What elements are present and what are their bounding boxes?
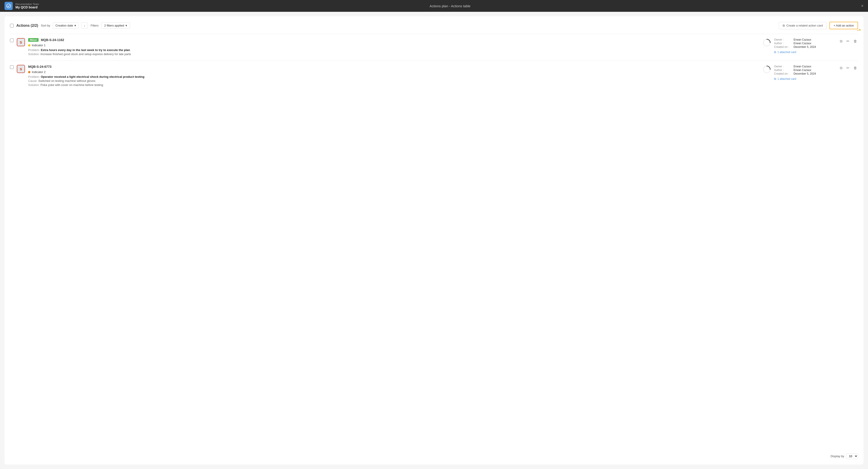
- display-by-label: Display by: [831, 455, 844, 458]
- content-panel: Actions (2/2) Sort by Creation date ▾ ↓ …: [4, 16, 864, 465]
- row-2-top: MQB-S-24-6773: [28, 65, 760, 68]
- header-left: Documentation Team My QCD board: [4, 2, 39, 10]
- sort-value: Creation date: [55, 24, 73, 27]
- solution-text: Poka yoke with cover on machine before t…: [40, 83, 103, 87]
- solution-field: Solution: Increase finished good stock a…: [28, 53, 760, 56]
- owner-item: Owner : Erwan Cazaux: [774, 38, 833, 41]
- cause-label: Cause:: [28, 79, 37, 82]
- filter-label: Filters: [91, 24, 98, 27]
- author-label: Author :: [774, 42, 792, 45]
- owner-item: Owner : Erwan Cazaux: [774, 65, 833, 68]
- sort-label: Sort by: [41, 24, 50, 27]
- org-name: Documentation Team: [16, 3, 39, 5]
- problem-text: Extra hours every day in the last week t…: [41, 48, 130, 52]
- problem-label: Problem:: [28, 75, 40, 78]
- cursor-arrow-indicator: ↗: [856, 26, 862, 34]
- author-item: Author : Erwan Cazaux: [774, 42, 833, 45]
- action-row: S MQB-S-24-6773 Indicator 2 Problem: Ope…: [10, 61, 858, 91]
- delete-button[interactable]: 🗑: [852, 65, 858, 71]
- page-title: Actions plan - Actions table: [430, 4, 470, 8]
- solution-label: Solution:: [28, 83, 40, 87]
- row-1-top: Minor MQB-S-24-1162: [28, 38, 760, 42]
- created-item: Created on : December 5, 2024: [774, 72, 833, 75]
- app-header: Documentation Team My QCD board Actions …: [0, 0, 868, 12]
- solution-text: Increase finished good stock and setup e…: [40, 53, 131, 56]
- sort-direction-button[interactable]: ↓: [81, 23, 88, 29]
- row-2-meta: Owner : Erwan Cazaux Author : Erwan Caza…: [774, 65, 833, 81]
- main-wrapper: Actions (2/2) Sort by Creation date ▾ ↓ …: [0, 12, 868, 469]
- owner-label: Owner :: [774, 65, 792, 68]
- actions-list: S Minor MQB-S-24-1162 Indicator 1 Proble…: [10, 34, 858, 91]
- board-name: My QCD board: [16, 5, 39, 9]
- author-label: Author :: [774, 68, 792, 72]
- attached-card-link[interactable]: ⧉ 1 attached card: [774, 51, 833, 54]
- delete-button[interactable]: 🗑: [852, 38, 858, 44]
- row-2-icon: S: [17, 65, 25, 73]
- attached-card-text: 1 attached card: [777, 77, 796, 80]
- owner-label: Owner :: [774, 38, 792, 41]
- filters-dropdown[interactable]: 2 filters applied ▾: [101, 23, 130, 29]
- close-button[interactable]: ×: [861, 4, 864, 8]
- filter-value: 2 filters applied: [104, 24, 124, 27]
- severity-badge: Minor: [28, 38, 39, 42]
- action-row: S Minor MQB-S-24-1162 Indicator 1 Proble…: [10, 34, 858, 61]
- created-value: December 5, 2024: [794, 72, 816, 75]
- created-value: December 5, 2024: [794, 45, 816, 48]
- expand-button[interactable]: ⧉: [839, 38, 843, 44]
- row-1-meta: Owner : Erwan Cazaux Author : Erwan Caza…: [774, 38, 833, 54]
- toolbar-right: ⧉ Create a related action card + Add an …: [779, 22, 858, 29]
- chevron-down-icon: ▾: [74, 24, 76, 27]
- problem-label: Problem:: [28, 48, 40, 52]
- progress-circle: [763, 39, 771, 47]
- svg-point-0: [7, 4, 11, 8]
- content-spacer: [10, 91, 858, 450]
- row-1-actions: ⧉ ✏ 🗑: [839, 38, 858, 44]
- indicator-dot: [28, 44, 30, 46]
- problem-field: Problem: Extra hours every day in the la…: [28, 48, 760, 52]
- row-2-content: MQB-S-24-6773 Indicator 2 Problem: Opera…: [28, 65, 760, 87]
- card-icon: ⧉: [774, 51, 776, 54]
- solution-field: Solution: Poka yoke with cover on machin…: [28, 83, 760, 87]
- create-related-label: Create a related action card: [786, 24, 823, 27]
- author-item: Author : Erwan Cazaux: [774, 68, 833, 72]
- chevron-down-icon: ▾: [126, 24, 127, 27]
- author-value: Erwan Cazaux: [794, 68, 811, 72]
- indicator-name: Indicator 2: [32, 70, 45, 74]
- actions-count: Actions (2/2): [17, 24, 38, 28]
- author-value: Erwan Cazaux: [794, 42, 811, 45]
- indicator-dot: [28, 71, 30, 73]
- problem-field: Problem: Operator received a light elect…: [28, 75, 760, 78]
- display-by-select[interactable]: 10 25 50: [846, 454, 858, 459]
- row-1-checkbox[interactable]: [10, 39, 13, 42]
- problem-text: Operator received a light electrical sho…: [41, 75, 145, 78]
- card-icon: ⧉: [774, 77, 776, 81]
- progress-circle: [763, 65, 771, 73]
- owner-value: Erwan Cazaux: [794, 38, 811, 41]
- select-all-checkbox[interactable]: [10, 24, 13, 28]
- row-2-actions: ⧉ ✏ 🗑: [839, 65, 858, 71]
- solution-label: Solution:: [28, 53, 40, 56]
- footer: Display by 10 25 50: [10, 450, 858, 459]
- org-board-info: Documentation Team My QCD board: [16, 3, 39, 9]
- row-2-checkbox[interactable]: [10, 65, 13, 69]
- owner-value: Erwan Cazaux: [794, 65, 811, 68]
- created-item: Created on : December 5, 2024: [774, 45, 833, 48]
- add-action-button[interactable]: + Add an action ↗: [829, 22, 858, 29]
- expand-button[interactable]: ⧉: [839, 65, 843, 71]
- cause-text: Switched on testing machine without glov…: [38, 79, 95, 82]
- indicator-name: Indicator 1: [32, 43, 45, 47]
- attached-card-text: 1 attached card: [777, 51, 796, 54]
- create-related-action-button[interactable]: ⧉ Create a related action card: [779, 22, 827, 29]
- action-code: MQB-S-24-1162: [41, 38, 64, 42]
- created-label: Created on :: [774, 72, 792, 75]
- created-label: Created on :: [774, 45, 792, 48]
- toolbar: Actions (2/2) Sort by Creation date ▾ ↓ …: [10, 22, 858, 29]
- app-logo: [4, 2, 13, 10]
- sort-dropdown[interactable]: Creation date ▾: [53, 23, 79, 29]
- copy-card-icon: ⧉: [783, 24, 785, 28]
- edit-button[interactable]: ✏: [845, 38, 850, 44]
- attached-card-link[interactable]: ⧉ 1 attached card: [774, 77, 833, 81]
- edit-button[interactable]: ✏: [845, 65, 850, 71]
- indicator-2: Indicator 2: [28, 70, 760, 74]
- action-code: MQB-S-24-6773: [28, 65, 52, 68]
